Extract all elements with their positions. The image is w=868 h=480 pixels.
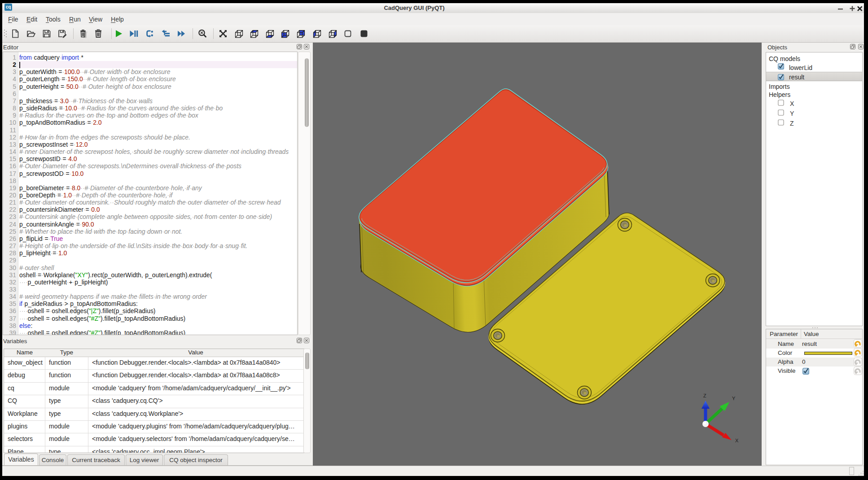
svg-text:Z: Z [703, 393, 706, 398]
svg-text:Y: Y [732, 396, 736, 401]
svg-text:X: X [735, 438, 739, 443]
